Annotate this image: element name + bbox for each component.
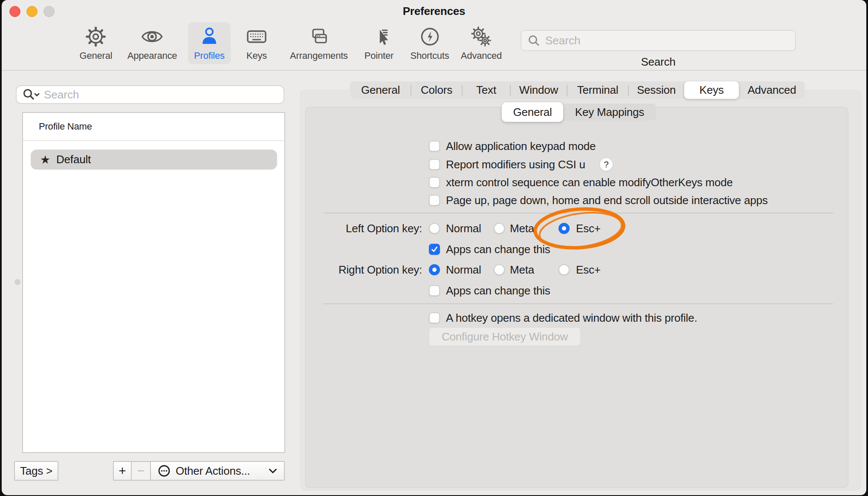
radio-label: Meta <box>510 221 534 236</box>
toolbar-divider <box>2 70 866 71</box>
tab-colors[interactable]: Colors <box>411 81 462 99</box>
magnifier-chevron-icon <box>23 88 41 101</box>
subtab-key-mappings[interactable]: Key Mappings <box>563 104 656 121</box>
star-icon: ★ <box>40 153 50 166</box>
profile-name: Default <box>56 153 91 166</box>
radio-label: Normal <box>446 262 481 277</box>
profile-search-input[interactable] <box>43 88 284 102</box>
radio-right-normal[interactable] <box>429 264 440 275</box>
header-separator <box>23 140 284 141</box>
plus-icon: + <box>119 464 126 478</box>
right-option-key-label: Right Option key: <box>300 262 422 277</box>
person-icon <box>197 25 221 49</box>
configure-hotkey-window-button[interactable]: Configure Hotkey Window <box>429 327 581 346</box>
window-title: Preferences <box>2 4 866 18</box>
radio-label: Meta <box>510 262 534 277</box>
tab-terminal[interactable]: Terminal <box>567 81 628 99</box>
toolbar-search-input[interactable] <box>544 34 795 48</box>
toolbar-search-caption: Search <box>521 55 796 69</box>
bolt-circle-icon <box>418 25 442 49</box>
toolbar-search-field[interactable] <box>521 30 796 51</box>
radio-label: Normal <box>446 221 481 236</box>
toolbar-item-profiles[interactable]: Profiles <box>188 22 231 64</box>
tab-advanced[interactable]: Advanced <box>739 81 805 99</box>
toolbar-item-appearance[interactable]: Appearance <box>122 22 183 64</box>
checkbox-label: A hotkey opens a dedicated window with t… <box>446 311 697 325</box>
stacked-windows-icon <box>307 25 331 49</box>
checkbox-label: Report modifiers using CSI u <box>446 157 585 172</box>
toolbar-label: Shortcuts <box>410 50 449 61</box>
checkbox-keypad-mode[interactable] <box>429 141 440 152</box>
remove-profile-button[interactable]: − <box>131 461 151 481</box>
left-option-key-label: Left Option key: <box>300 221 422 236</box>
checkbox-label: Apps can change this <box>446 242 550 257</box>
radio-right-esc[interactable] <box>558 264 570 275</box>
keyboard-icon <box>245 25 269 49</box>
toolbar-item-advanced[interactable]: Advanced <box>455 22 508 64</box>
profile-list-buttons: + − Other Actions... <box>113 461 285 481</box>
tags-button[interactable]: Tags > <box>14 461 58 481</box>
profile-search-field[interactable] <box>16 85 284 104</box>
radio-right-meta[interactable] <box>494 264 505 275</box>
checkbox-page-scroll[interactable] <box>429 195 440 206</box>
checkbox-label: Allow application keypad mode <box>446 139 596 153</box>
toolbar-item-general[interactable]: General <box>74 22 119 64</box>
separator <box>324 303 833 304</box>
chevron-down-icon <box>269 468 277 474</box>
checkbox-modify-other-keys[interactable] <box>429 177 440 188</box>
profile-section-tabs: General Colors Text Window Terminal Sess… <box>350 81 805 99</box>
tab-session[interactable]: Session <box>628 81 684 99</box>
toolbar-label: Keys <box>246 50 267 61</box>
cursor-icon <box>367 25 391 49</box>
checkbox-right-apps-change[interactable] <box>429 285 440 296</box>
toolbar-item-shortcuts[interactable]: Shortcuts <box>404 22 455 64</box>
check-icon <box>431 245 438 253</box>
toolbar-label: General <box>80 50 113 61</box>
tab-window[interactable]: Window <box>510 81 567 99</box>
minus-icon: − <box>137 464 145 478</box>
double-gear-icon <box>469 25 493 49</box>
eye-icon <box>140 25 164 49</box>
checkbox-label: Page up, page down, home and end scroll … <box>446 193 768 208</box>
toolbar-item-keys[interactable]: Keys <box>239 22 275 64</box>
radio-label: Esc+ <box>576 221 601 236</box>
checkbox-csi-u[interactable] <box>429 159 440 170</box>
gear-icon <box>84 25 108 49</box>
magnifier-icon <box>527 34 540 47</box>
toolbar-label: Advanced <box>461 50 502 61</box>
checkbox-left-apps-change[interactable] <box>429 244 440 255</box>
toolbar-label: Profiles <box>194 50 225 61</box>
radio-left-esc[interactable] <box>558 223 570 234</box>
toolbar-item-pointer[interactable]: Pointer <box>359 22 399 64</box>
help-button[interactable]: ? <box>599 158 613 171</box>
toolbar-item-arrangements[interactable]: Arrangements <box>284 22 354 64</box>
toolbar-label: Pointer <box>365 50 393 61</box>
toolbar-label: Arrangements <box>290 50 348 61</box>
add-profile-button[interactable]: + <box>113 461 132 481</box>
splitter-dot[interactable] <box>14 279 20 285</box>
tab-text[interactable]: Text <box>462 81 510 99</box>
radio-left-meta[interactable] <box>494 223 505 234</box>
checkbox-hotkey-window[interactable] <box>429 312 440 323</box>
tab-keys[interactable]: Keys <box>684 81 739 99</box>
tab-general[interactable]: General <box>350 81 411 99</box>
circle-ellipsis-icon <box>158 464 171 477</box>
profile-row-default[interactable]: ★ Default <box>31 150 277 170</box>
subtab-general[interactable]: General <box>502 102 563 122</box>
other-actions-label: Other Actions... <box>176 464 250 478</box>
radio-left-normal[interactable] <box>429 223 440 234</box>
tags-button-label: Tags > <box>20 464 52 478</box>
checkbox-label: xterm control sequence can enable modify… <box>446 175 733 190</box>
toolbar-label: Appearance <box>127 50 177 61</box>
other-actions-dropdown[interactable]: Other Actions... <box>150 461 285 481</box>
separator <box>324 213 833 213</box>
preferences-window: Preferences General Appearance Profiles <box>2 0 866 495</box>
profile-list-header: Profile Name <box>39 121 92 133</box>
checkbox-label: Apps can change this <box>446 283 550 298</box>
radio-label: Esc+ <box>576 262 601 277</box>
profile-list[interactable]: Profile Name ★ Default <box>22 112 285 453</box>
